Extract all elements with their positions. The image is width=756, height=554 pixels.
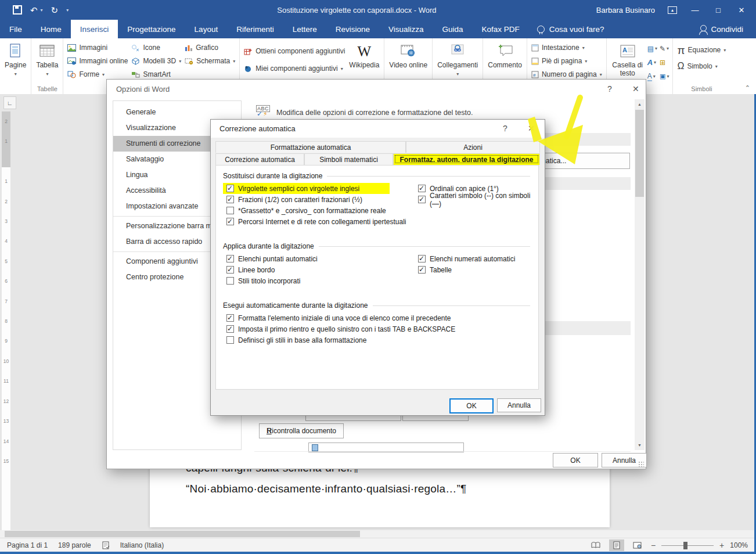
3d-models-icon (131, 57, 140, 65)
resize-grip[interactable] (638, 461, 644, 467)
ribbon-display-options-icon[interactable]: ▴ (668, 6, 677, 14)
undo-caret-icon[interactable]: ▾ (41, 8, 43, 13)
tab-kofax-pdf[interactable]: Kofax PDF (473, 20, 529, 38)
checkbox-imposta-rientro[interactable]: Imposta il primo rientro e quello sinist… (223, 323, 531, 334)
immagini-online-button[interactable]: Immagini online (66, 55, 129, 67)
screenshot-icon (185, 57, 193, 65)
read-mode-button[interactable] (588, 539, 603, 551)
commento-button[interactable]: Commento (485, 40, 524, 72)
signature-line-button[interactable]: ✎▾ (658, 42, 670, 55)
quick-parts-button[interactable]: ▤▾ (646, 42, 658, 55)
chevron-down-icon: ▾ (341, 66, 343, 71)
checkbox-stili-titolo[interactable]: Stili titolo incorporati (223, 275, 415, 286)
scrollbar-thumb[interactable] (635, 110, 644, 197)
recheck-document-button[interactable]: RRicontrolla documento (259, 423, 344, 438)
schermata-button[interactable]: Schermata ▾ (183, 55, 237, 67)
tab-azioni[interactable]: Azioni (406, 141, 540, 153)
sidebar-item-generale[interactable]: Generale (113, 105, 241, 120)
checkbox-percorsi-internet[interactable]: Percorsi Internet e di rete con collegam… (223, 216, 415, 227)
help-icon[interactable]: ? (503, 124, 507, 133)
tab-file[interactable]: File (0, 20, 31, 38)
collegamenti-button[interactable]: Collegamenti ▾ (435, 40, 480, 79)
zoom-in-icon[interactable]: + (719, 541, 724, 550)
tab-riferimenti[interactable]: Riferimenti (227, 20, 283, 38)
object-button[interactable]: ▣▾ (658, 70, 670, 82)
pagine-button[interactable]: Pagine ▾ (2, 40, 28, 79)
checkbox-formatta-elemento[interactable]: Formatta l'elemento iniziale di una voce… (223, 312, 531, 323)
drop-cap-button[interactable]: A▾ (646, 70, 658, 82)
simbolo-button[interactable]: Ω Simbolo ▾ (675, 60, 728, 73)
tab-correzione-automatica[interactable]: Correzione automatica (215, 153, 304, 165)
grafico-button[interactable]: Grafico (183, 41, 237, 54)
tab-layout[interactable]: Layout (185, 20, 228, 38)
user-name[interactable]: Barbara Businaro (596, 6, 655, 15)
checkbox-definisci-stili[interactable]: Definisci gli stili in base alla formatt… (223, 334, 531, 346)
minimize-button[interactable]: — (690, 6, 700, 15)
tab-home[interactable]: Home (31, 20, 71, 38)
scroll-up-icon[interactable]: ▲ (635, 99, 645, 109)
tell-me-search[interactable]: Cosa vuoi fare? (529, 20, 613, 38)
page-indicator[interactable]: Pagina 1 di 1 (7, 541, 48, 549)
checkbox-linee-bordo[interactable]: Linee bordo (223, 264, 415, 275)
zoom-slider[interactable] (661, 545, 714, 546)
close-button[interactable]: ✕ (736, 6, 747, 15)
equazione-button[interactable]: π Equazione ▾ (675, 44, 728, 56)
checkbox-grassetto-corsivo[interactable]: *Grassetto* e _corsivo_ con formattazion… (223, 205, 415, 216)
ottieni-componenti-button[interactable]: Ottieni componenti aggiuntivi (242, 45, 347, 57)
options-ok-button[interactable]: OK (553, 453, 598, 467)
zoom-level[interactable]: 100% (730, 541, 748, 549)
language-indicator[interactable]: Italiano (Italia) (120, 541, 164, 549)
scroll-down-icon[interactable]: ▼ (635, 440, 645, 450)
tab-selector[interactable]: ∟ (3, 96, 16, 109)
tab-inserisci[interactable]: Inserisci (71, 20, 118, 38)
tab-lettere[interactable]: Lettere (283, 20, 326, 38)
immagini-button[interactable]: Immagini (66, 41, 129, 54)
zoom-slider-thumb[interactable] (683, 542, 687, 549)
intestazione-button[interactable]: Intestazione ▾ (530, 41, 604, 54)
tab-progettazione[interactable]: Progettazione (118, 20, 185, 38)
miei-componenti-button[interactable]: Miei componenti aggiuntivi ▾ (242, 62, 347, 75)
wikipedia-icon: W (358, 42, 372, 60)
options-scrollbar[interactable]: ▲ ▼ (635, 99, 645, 450)
checkbox-virgolette-semplici[interactable]: Virgolette semplici con virgolette ingle… (223, 183, 390, 194)
checkbox-elenchi-puntati[interactable]: Elenchi puntati automatici (223, 253, 415, 264)
tab-visualizza[interactable]: Visualizza (379, 20, 433, 38)
wikipedia-button[interactable]: W Wikipedia (347, 40, 381, 72)
checkbox-frazioni[interactable]: Frazioni (1/2) con caratteri frazionari … (223, 194, 415, 205)
share-button[interactable]: Condividi (700, 20, 756, 38)
customize-qat-icon[interactable]: ▾ (66, 8, 69, 13)
checkbox-tabelle[interactable]: Tabelle (415, 264, 531, 275)
collapse-ribbon-icon[interactable]: ⌃ (745, 84, 750, 92)
print-layout-button[interactable] (609, 539, 624, 551)
tabella-button[interactable]: Tabella ▾ (34, 40, 60, 79)
checkbox-elenchi-numerati[interactable]: Elenchi numerati automatici (415, 253, 531, 264)
undo-icon[interactable]: ↶ (30, 6, 38, 15)
horizontal-scrollbar[interactable] (0, 530, 756, 538)
web-layout-button[interactable] (630, 539, 645, 551)
video-online-button[interactable]: Video online (387, 40, 430, 72)
autocorrect-ok-button[interactable]: OK (449, 398, 494, 413)
checkbox-caratteri-simbolo[interactable]: Caratteri simbolo (--) con simboli (—) (415, 194, 531, 205)
icone-button[interactable]: Icone (129, 41, 183, 54)
commento-label: Commento (488, 62, 522, 70)
autocorrect-cancel-button[interactable]: Annulla (497, 398, 541, 412)
tab-simboli-matematici[interactable]: Simboli matematici (304, 153, 393, 165)
word-count[interactable]: 189 parole (58, 541, 91, 549)
date-time-button[interactable]: ⊞ (658, 56, 670, 69)
tab-formattazione-automatica[interactable]: Formattazione automatica (215, 141, 406, 153)
modelli-3d-button[interactable]: Modelli 3D ▾ (129, 55, 183, 67)
tab-revisione[interactable]: Revisione (326, 20, 379, 38)
proofing-status-icon[interactable] (102, 541, 110, 549)
redo-icon[interactable]: ↻ (51, 6, 59, 15)
tab-formattaz-autom-digitazione[interactable]: Formattaz. autom. durante la digitazione (393, 153, 540, 165)
maximize-button[interactable]: □ (713, 6, 723, 15)
pie-di-pagina-button[interactable]: Piè di pagina ▾ (530, 55, 604, 67)
close-icon[interactable]: ✕ (632, 84, 639, 93)
close-icon[interactable]: ✕ (528, 124, 535, 133)
zoom-out-icon[interactable]: − (651, 541, 656, 550)
wordart-button[interactable]: A▾ (646, 56, 658, 69)
help-icon[interactable]: ? (607, 84, 612, 93)
horizontal-scrollbar-thumb[interactable] (5, 531, 360, 537)
save-icon[interactable] (13, 5, 22, 15)
tab-guida[interactable]: Guida (433, 20, 473, 38)
